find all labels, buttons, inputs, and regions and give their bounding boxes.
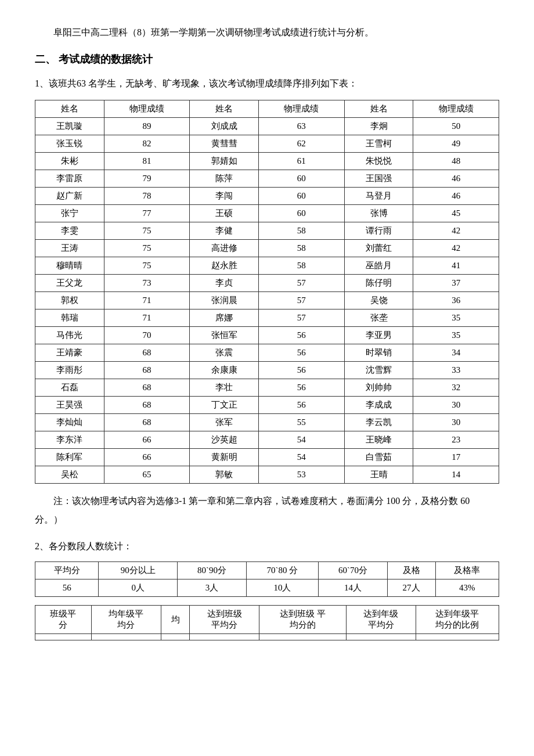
table-cell: 71 (104, 292, 190, 309)
table-cell: 54 (259, 449, 345, 466)
table-cell: 62 (259, 135, 345, 153)
table-cell: 张润晨 (190, 292, 259, 309)
table-cell: 刘成成 (190, 118, 259, 135)
scores-header-cell: 物理成绩 (259, 100, 345, 118)
table-row: 李灿灿68张军55李云凯30 (35, 414, 499, 431)
stats2-header-cell: 达到班级平均分 (190, 606, 259, 634)
table-cell: 沙英超 (190, 431, 259, 449)
stats2-header-cell: 均年级平均分 (91, 606, 161, 634)
stats1-data-cell: 14人 (319, 579, 387, 597)
stats1-header-cell: 及格率 (435, 562, 499, 579)
table-cell: 张恒军 (190, 327, 259, 344)
table-row: 穆晴晴75赵永胜58巫皓月41 (35, 257, 499, 275)
stats1-data-cell: 56 (35, 579, 99, 597)
stats2-header-cell: 班级平分 (35, 606, 92, 634)
table-cell: 穆晴晴 (35, 257, 104, 275)
table-cell: 余康康 (190, 362, 259, 379)
table-cell: 李贞 (190, 275, 259, 292)
table-cell: 李健 (190, 222, 259, 240)
table-row: 张玉锐82黄彗彗62王雪柯49 (35, 135, 499, 153)
stats-table2: 班级平分均年级平均分均达到班级平均分达到班级 平均分的达到年级平均分达到年级平均… (35, 605, 499, 640)
scores-header-cell: 姓名 (35, 100, 104, 118)
table-cell: 56 (259, 344, 345, 362)
table-cell: 14 (413, 466, 499, 484)
table-cell: 68 (104, 414, 190, 431)
stats1-data-cell: 10人 (246, 579, 319, 597)
table-cell: 吴松 (35, 466, 104, 484)
table-cell: 75 (104, 222, 190, 240)
table-row: 李东洋66沙英超54王晓峰23 (35, 431, 499, 449)
stats1-header-cell: 80`90分 (178, 562, 246, 579)
stats2-header-cell: 达到班级 平均分的 (259, 606, 346, 634)
table-cell: 朱彬 (35, 153, 104, 170)
table-cell: 32 (413, 379, 499, 397)
stats1-header-cell: 平均分 (35, 562, 99, 579)
table-cell: 郭婧如 (190, 153, 259, 170)
stats2-header-cell: 达到年级平均分的比例 (416, 606, 499, 634)
table-cell: 席娜 (190, 309, 259, 327)
stats1-header-cell: 90分以上 (99, 562, 178, 579)
table-cell: 李成成 (344, 397, 413, 414)
table-cell: 65 (104, 466, 190, 484)
table-cell: 李雯 (35, 222, 104, 240)
table-cell: 李壮 (190, 379, 259, 397)
stats2-cell (35, 634, 92, 640)
stats1-header-cell: 及格 (387, 562, 435, 579)
table-cell: 66 (104, 431, 190, 449)
table-cell: 46 (413, 188, 499, 205)
table-cell: 45 (413, 205, 499, 222)
table-cell: 41 (413, 257, 499, 275)
table-cell: 谭行雨 (344, 222, 413, 240)
table-row: 张宁77王硕60张博45 (35, 205, 499, 222)
table-cell: 73 (104, 275, 190, 292)
table-cell: 75 (104, 240, 190, 257)
table-cell: 丁文正 (190, 397, 259, 414)
scores-header-cell: 姓名 (190, 100, 259, 118)
table-cell: 35 (413, 309, 499, 327)
table-cell: 朱悦悦 (344, 153, 413, 170)
table-cell: 黄彗彗 (190, 135, 259, 153)
table-cell: 56 (259, 327, 345, 344)
scores-header-cell: 物理成绩 (413, 100, 499, 118)
table-cell: 58 (259, 240, 345, 257)
table-cell: 17 (413, 449, 499, 466)
table-cell: 李炯 (344, 118, 413, 135)
section2-title: 二、 考试成绩的数据统计 (35, 52, 499, 66)
table-row: 马伟光70张恒军56李亚男35 (35, 327, 499, 344)
table-cell: 34 (413, 344, 499, 362)
table-cell: 89 (104, 118, 190, 135)
table-cell: 70 (104, 327, 190, 344)
table-cell: 68 (104, 344, 190, 362)
table-cell: 75 (104, 257, 190, 275)
para1: 1、该班共63 名学生，无缺考、旷考现象，该次考试物理成绩降序排列如下表： (35, 74, 499, 93)
table-cell: 张玉锐 (35, 135, 104, 153)
note-text: 注：该次物理考试内容为选修3-1 第一章和第二章内容，试卷难度稍大，卷面满分 1… (35, 492, 499, 529)
table-row: 朱彬81郭婧如61朱悦悦48 (35, 153, 499, 170)
table-row: 王涛75高进修58刘蕾红42 (35, 240, 499, 257)
table-cell: 高进修 (190, 240, 259, 257)
table-cell: 56 (259, 362, 345, 379)
stats2-cell (161, 634, 190, 640)
table-cell: 60 (259, 205, 345, 222)
table-cell: 时翠销 (344, 344, 413, 362)
stats-table1: 平均分90分以上80`90分70`80 分60`70分及格及格率 560人3人1… (35, 561, 499, 597)
stats2-header-cell: 达到年级平均分 (346, 606, 416, 634)
table-cell: 54 (259, 431, 345, 449)
table-cell: 赵永胜 (190, 257, 259, 275)
table-cell: 王靖豪 (35, 344, 104, 362)
stats2-cell (91, 634, 161, 640)
table-cell: 李雷原 (35, 170, 104, 188)
table-cell: 吴饶 (344, 292, 413, 309)
table-cell: 张震 (190, 344, 259, 362)
table-cell: 张垄 (344, 309, 413, 327)
table-cell: 42 (413, 240, 499, 257)
stats1-data-cell: 43% (435, 579, 499, 597)
table-cell: 57 (259, 275, 345, 292)
table-cell: 61 (259, 153, 345, 170)
table-cell: 33 (413, 362, 499, 379)
table-cell: 60 (259, 188, 345, 205)
stats1-header-cell: 70`80 分 (246, 562, 319, 579)
table-cell: 57 (259, 292, 345, 309)
table-row: 王昊强68丁文正56李成成30 (35, 397, 499, 414)
table-cell: 张博 (344, 205, 413, 222)
